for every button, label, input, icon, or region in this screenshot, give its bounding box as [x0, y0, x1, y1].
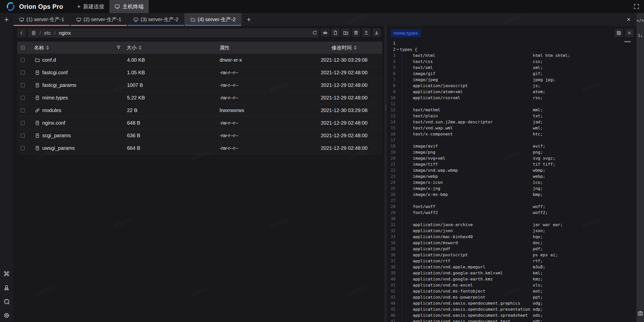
- code-line[interactable]: 41 application/vnd.ms-excel xls;: [387, 282, 636, 288]
- file-name[interactable]: mime.types: [42, 92, 68, 104]
- save-button[interactable]: [615, 29, 623, 37]
- row-checkbox[interactable]: [21, 58, 25, 62]
- row-checkbox[interactable]: [21, 133, 25, 138]
- code-view-icon[interactable]: </>: [636, 17, 644, 24]
- code-line[interactable]: 37 application/rtf rtf;: [387, 258, 636, 264]
- terminal-tab[interactable]: (4) server-生产-2: [184, 13, 242, 26]
- add-tab-button[interactable]: +: [242, 13, 256, 26]
- open-file-badge[interactable]: mime.types: [391, 29, 421, 37]
- row-checkbox[interactable]: [21, 70, 25, 75]
- file-row[interactable]: modules 22 B lrwxrwxrwx 2021-12-30 03:29…: [17, 104, 382, 117]
- breadcrumb-segment-nginx[interactable]: nginx: [59, 30, 71, 36]
- file-row[interactable]: mime.types 5.22 KB -rw-r--r-- 2021-12-29…: [17, 92, 382, 104]
- code-line[interactable]: 10 application/rss+xml rss;: [387, 95, 636, 101]
- code-line[interactable]: 25 image/x-jng jng;: [387, 185, 636, 191]
- code-line[interactable]: 19 image/png png;: [387, 149, 636, 155]
- file-name[interactable]: conf.d: [42, 54, 56, 66]
- code-line[interactable]: 45 application/vnd.oasis.opendocument.pr…: [387, 306, 636, 312]
- code-line[interactable]: 22 image/vnd.wap.wbmp wbmp;: [387, 167, 636, 173]
- editor-close-button[interactable]: [625, 29, 634, 37]
- code-line[interactable]: 30: [387, 216, 636, 222]
- file-row[interactable]: fastcgi_params 1007 B -rw-r--r-- 2021-12…: [17, 79, 382, 92]
- code-line[interactable]: 26 image/x-ms-bmp bmp;: [387, 191, 636, 197]
- code-line[interactable]: 36 application/postscript ps eps ai;: [387, 252, 636, 258]
- code-line[interactable]: 27: [387, 197, 636, 203]
- file-row[interactable]: conf.d 4.00 KB drwxr-xr-x 2021-12-30 03:…: [17, 54, 382, 66]
- breadcrumb[interactable]: / etc / nginx: [28, 28, 319, 38]
- fold-chevron-icon[interactable]: [395, 48, 400, 51]
- code-line[interactable]: 11: [387, 101, 636, 107]
- file-name[interactable]: uwsgi_params: [42, 142, 75, 154]
- file-row[interactable]: scgi_params 636 B -rw-r--r-- 2021-12-29 …: [17, 129, 382, 142]
- code-line[interactable]: 12 text/mathml mml;: [387, 107, 636, 113]
- select-all-checkbox[interactable]: [21, 46, 25, 50]
- file-name[interactable]: fastcgi.conf: [42, 66, 68, 79]
- column-header-mtime[interactable]: 修改时间: [332, 44, 352, 51]
- code-line[interactable]: 6 image/gif gif;: [387, 70, 636, 77]
- terminal-tab[interactable]: (3) server-生产-2: [127, 13, 184, 26]
- file-row[interactable]: uwsgi_params 664 B -rw-r--r-- 2021-12-29…: [17, 142, 382, 155]
- close-panel-icon[interactable]: ×: [627, 13, 630, 26]
- column-header-name[interactable]: 名称: [34, 44, 44, 51]
- file-row[interactable]: fastcgi.conf 1.05 KB -rw-r--r-- 2021-12-…: [17, 66, 382, 79]
- command-icon[interactable]: ⌘: [3, 270, 10, 277]
- sort-name-control[interactable]: [46, 46, 49, 50]
- code-line[interactable]: 4 text/css css;: [387, 58, 636, 64]
- code-line[interactable]: 18 image/avif avif;: [387, 143, 636, 149]
- sort-size-control[interactable]: [139, 46, 142, 50]
- editor-scrollbar-thumb[interactable]: [624, 41, 631, 42]
- settings-gear-icon[interactable]: [3, 312, 10, 319]
- code-line[interactable]: 20 image/svg+xml svg svgz;: [387, 155, 636, 161]
- code-line[interactable]: 28 font/woff woff;: [387, 203, 636, 209]
- terminal-tab[interactable]: (2) server-生产-1: [70, 13, 127, 26]
- row-checkbox[interactable]: [21, 83, 25, 87]
- line-sort-icon[interactable]: 1↓: [636, 32, 644, 39]
- new-connection-plus-button[interactable]: +: [2, 15, 11, 24]
- code-line[interactable]: 44 application/vnd.oasis.opendocument.gr…: [387, 300, 636, 306]
- code-line[interactable]: 23 image/webp webp;: [387, 173, 636, 179]
- file-name[interactable]: fastcgi_params: [42, 79, 76, 91]
- code-line[interactable]: 31 application/java-archive jar war ear;: [387, 222, 636, 228]
- code-editor[interactable]: 1 2 types { 3 text/html html htm shtml; …: [387, 40, 636, 322]
- code-line[interactable]: 7 image/jpeg jpeg jpg;: [387, 77, 636, 83]
- refresh-button[interactable]: [310, 28, 319, 37]
- palette-icon[interactable]: [3, 298, 10, 305]
- code-line[interactable]: 24 image/x-icon ico;: [387, 179, 636, 185]
- code-line[interactable]: 46 application/vnd.oasis.opendocument.sp…: [387, 312, 636, 318]
- code-line[interactable]: 47 application/vnd.oasis.opendocument.te…: [387, 318, 636, 322]
- code-line[interactable]: 29 font/woff2 woff2;: [387, 209, 636, 216]
- code-line[interactable]: 32 application/json json;: [387, 228, 636, 234]
- sort-mtime-control[interactable]: [354, 46, 357, 50]
- fullscreen-button[interactable]: [633, 3, 640, 10]
- column-header-size[interactable]: 大小: [127, 44, 137, 51]
- code-line[interactable]: 40 application/vnd.google-earth.kmz kmz;: [387, 276, 636, 282]
- new-folder-button[interactable]: [341, 28, 350, 37]
- back-button[interactable]: [17, 28, 26, 38]
- menu-item-host-terminal[interactable]: 主机终端: [109, 0, 149, 13]
- code-line[interactable]: 39 application/vnd.google-earth.kml+xml …: [387, 270, 636, 276]
- stamp-icon[interactable]: [3, 284, 10, 291]
- file-row[interactable]: nginx.conf 648 B -rw-r--r-- 2021-12-29 0…: [17, 117, 382, 129]
- code-line[interactable]: 15 text/vnd.wap.wml wml;: [387, 125, 636, 131]
- code-line[interactable]: 9 application/atom+xml atom;: [387, 89, 636, 95]
- code-line[interactable]: 33 application/mac-binhex40 hqx;: [387, 234, 636, 240]
- menu-item-new-connection[interactable]: + 新建连接: [72, 0, 109, 13]
- file-name[interactable]: nginx.conf: [42, 117, 65, 129]
- terminal-tab[interactable]: (1) server-生产-1: [13, 13, 70, 26]
- preview-button[interactable]: [321, 28, 329, 37]
- code-line[interactable]: 34 application/msword doc;: [387, 240, 636, 246]
- file-name[interactable]: modules: [42, 104, 61, 117]
- code-line[interactable]: 42 application/vnd.ms-fontobject eot;: [387, 288, 636, 294]
- row-checkbox[interactable]: [21, 121, 25, 125]
- code-line[interactable]: 3 text/html html htm shtml;: [387, 52, 636, 58]
- row-checkbox[interactable]: [21, 96, 25, 100]
- code-line[interactable]: 13 text/plain txt;: [387, 113, 636, 119]
- new-file-button[interactable]: [331, 28, 340, 37]
- row-checkbox[interactable]: [21, 108, 25, 113]
- download-button[interactable]: [372, 28, 381, 37]
- filter-funnel-icon[interactable]: [116, 45, 121, 50]
- code-line[interactable]: 21 image/tiff tif tiff;: [387, 161, 636, 167]
- code-line[interactable]: 16 text/x-component htc;: [387, 131, 636, 137]
- code-line[interactable]: 17: [387, 137, 636, 143]
- code-line[interactable]: 38 application/vnd.apple.mpegurl m3u8;: [387, 264, 636, 270]
